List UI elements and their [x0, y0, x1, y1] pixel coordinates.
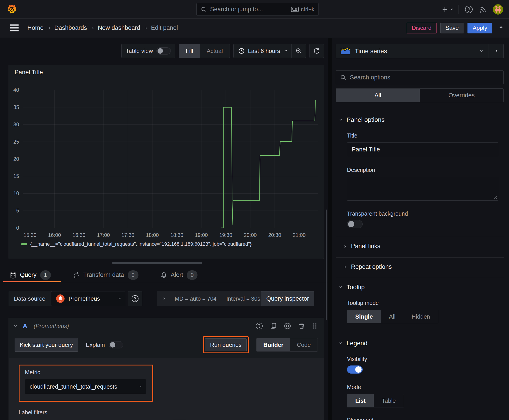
- toggle-viz-picker-button[interactable]: [489, 44, 503, 58]
- metric-select[interactable]: cloudflared_tunnel_total_requests: [25, 379, 146, 394]
- chevron-down-icon: [285, 49, 287, 52]
- actual-option[interactable]: Actual: [200, 44, 230, 58]
- datasource-name: Prometheus: [68, 295, 100, 302]
- divider: [458, 5, 459, 14]
- transparent-bg-label: Transparent background: [347, 210, 498, 217]
- table-view-control: Table view: [122, 44, 175, 58]
- time-series-chart[interactable]: 051015202530354015:3016:0016:3017:0017:3…: [9, 65, 324, 249]
- query-datasource-hint: (Prometheus): [34, 323, 69, 330]
- svg-text:20:00: 20:00: [244, 232, 257, 238]
- tab-all-options[interactable]: All: [336, 89, 420, 102]
- question-circle-icon: [131, 295, 139, 302]
- options-pane: Time series Search options All Overrides: [332, 38, 509, 420]
- save-button[interactable]: Save: [440, 23, 464, 33]
- duplicate-icon[interactable]: [270, 322, 277, 330]
- help-button[interactable]: [464, 5, 473, 14]
- query-header-actions: [255, 322, 318, 330]
- transform-icon: [73, 272, 80, 278]
- visualization-select[interactable]: Time series: [336, 44, 489, 58]
- svg-text:19:30: 19:30: [219, 232, 232, 238]
- breadcrumb-dashboards[interactable]: Dashboards: [54, 24, 87, 31]
- legend-mode-label: Mode: [347, 384, 498, 390]
- description-textarea[interactable]: [347, 177, 498, 201]
- breadcrumb-new-dashboard[interactable]: New dashboard: [98, 24, 140, 31]
- resize-corner-icon[interactable]: [494, 196, 497, 199]
- collapse-query-icon[interactable]: [14, 324, 17, 327]
- legend-table-option[interactable]: Table: [374, 394, 404, 407]
- legend-list-option[interactable]: List: [347, 394, 374, 407]
- tab-transform[interactable]: Transform data 0: [67, 268, 148, 282]
- menu-toggle-button[interactable]: [10, 24, 19, 31]
- breadcrumb-home[interactable]: Home: [27, 24, 44, 31]
- user-avatar[interactable]: [493, 4, 503, 15]
- code-option[interactable]: Code: [290, 338, 318, 351]
- chart-legend-item[interactable]: {__name__="cloudflared_tunnel_total_requ…: [21, 241, 251, 247]
- run-queries-button[interactable]: Run queries: [205, 338, 247, 351]
- chevron-right-icon: [91, 27, 94, 29]
- tooltip-hidden-option[interactable]: Hidden: [403, 310, 438, 323]
- datasource-help-button[interactable]: [128, 291, 142, 306]
- svg-text:35: 35: [13, 104, 19, 110]
- pane-divider[interactable]: [328, 38, 332, 420]
- svg-text:16:30: 16:30: [73, 232, 85, 238]
- panel-title-input[interactable]: [347, 142, 498, 156]
- tooltip-body: Tooltip mode Single All Hidden: [336, 300, 504, 323]
- discard-button[interactable]: Discard: [407, 23, 437, 33]
- tooltip-header[interactable]: Tooltip: [336, 284, 504, 291]
- database-icon: [10, 271, 16, 279]
- options-tabs: All Overrides: [336, 88, 504, 102]
- repeat-options-section[interactable]: Repeat options: [336, 258, 504, 270]
- divider: [336, 277, 504, 277]
- prometheus-icon: [56, 294, 65, 303]
- panel-resize-handle[interactable]: [112, 262, 202, 264]
- builder-option[interactable]: Builder: [257, 338, 290, 351]
- panel-toolbar: Table view Fill Actual Last 6 hours: [0, 44, 324, 58]
- svg-text:21:00: 21:00: [293, 232, 306, 238]
- tab-query-label: Query: [20, 271, 37, 278]
- panel-links-section[interactable]: Panel links: [336, 237, 504, 250]
- tooltip-single-option[interactable]: Single: [347, 310, 381, 323]
- vertical-scrollbar[interactable]: [326, 210, 327, 320]
- datasource-row: Data source Prometheus MD = auto = 704 I…: [8, 291, 314, 306]
- datasource-select[interactable]: Prometheus: [51, 291, 125, 306]
- zoom-out-button[interactable]: [291, 44, 306, 58]
- fill-option[interactable]: Fill: [179, 44, 200, 58]
- divider: [496, 23, 496, 33]
- refresh-button[interactable]: [310, 44, 324, 58]
- query-ref-id[interactable]: A: [23, 322, 27, 330]
- keyboard-icon: [291, 7, 299, 12]
- tooltip-all-option[interactable]: All: [381, 310, 403, 323]
- trash-icon[interactable]: [298, 322, 305, 330]
- transparent-bg-toggle[interactable]: [347, 220, 363, 228]
- legend-visibility-toggle[interactable]: [347, 366, 363, 374]
- svg-text:20:30: 20:30: [268, 232, 281, 238]
- global-search-input[interactable]: Search or jump to... ctrl+k: [196, 3, 319, 16]
- explain-label: Explain: [86, 341, 105, 348]
- help-icon[interactable]: [255, 322, 263, 330]
- tab-alert[interactable]: Alert 0: [154, 268, 208, 282]
- query-inspector-button[interactable]: Query inspector: [261, 291, 314, 306]
- query-options-summary[interactable]: MD = auto = 704 Interval = 30s: [157, 291, 262, 306]
- tooltip-mode-segmented: Single All Hidden: [347, 310, 438, 323]
- news-button[interactable]: [479, 5, 487, 14]
- eye-icon[interactable]: [284, 322, 291, 330]
- query-toolbar: Kick start your query Explain Run querie…: [9, 334, 324, 358]
- options-search[interactable]: Search options: [336, 70, 504, 84]
- tab-query[interactable]: Query 1: [3, 268, 61, 282]
- chevron-right-icon: [144, 27, 147, 29]
- collapse-header-button[interactable]: [500, 27, 502, 29]
- chevron-down-icon: [339, 341, 342, 344]
- visibility-label: Visibility: [347, 356, 498, 362]
- grafana-logo-icon[interactable]: [7, 4, 17, 15]
- table-view-toggle[interactable]: [156, 47, 171, 54]
- explain-toggle[interactable]: [109, 341, 123, 348]
- drag-handle-icon[interactable]: [312, 323, 318, 329]
- apply-button[interactable]: Apply: [467, 23, 492, 33]
- panel-options-header[interactable]: Panel options: [336, 116, 504, 123]
- time-range-button[interactable]: Last 6 hours: [234, 48, 291, 54]
- legend-header[interactable]: Legend: [336, 340, 504, 347]
- chevron-down-icon: [119, 297, 121, 299]
- add-menu-button[interactable]: [441, 6, 453, 13]
- tab-overrides[interactable]: Overrides: [420, 89, 503, 102]
- kickstart-button[interactable]: Kick start your query: [15, 338, 78, 352]
